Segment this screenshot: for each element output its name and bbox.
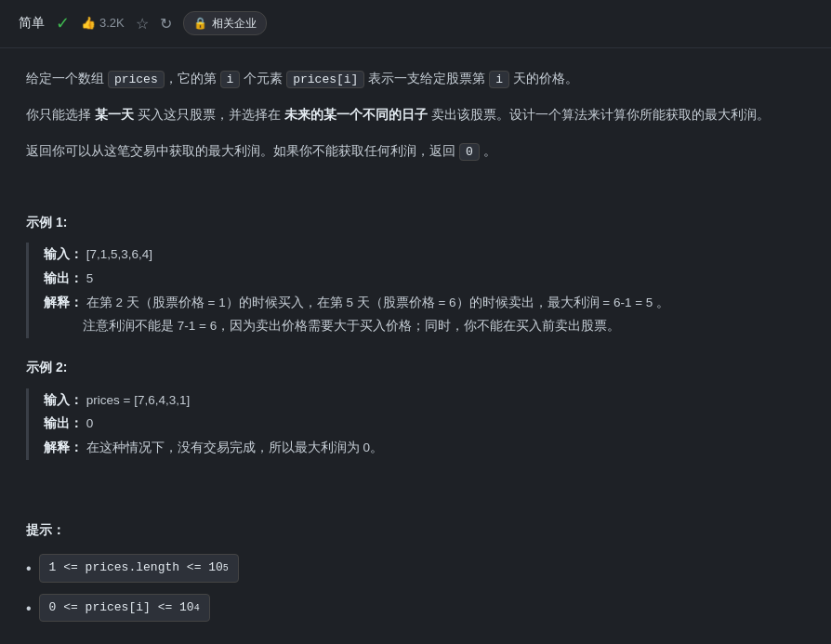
example1-title: 示例 1: <box>26 212 805 234</box>
code-prices-i: prices[i] <box>286 71 364 88</box>
example1-explain2: 注意利润不能是 7-1 = 6，因为卖出价格需要大于买入价格；同时，你不能在买入… <box>44 314 805 338</box>
refresh-icon[interactable]: ↻ <box>160 11 172 36</box>
explain-label-2: 解释： <box>44 440 83 454</box>
constraint-box-2: 0 <= prices[i] <= 104 <box>39 594 210 622</box>
bold-someday: 某一天 <box>95 107 134 122</box>
bold-future: 未来的某一个不同的日子 <box>284 107 428 122</box>
code-i1: i <box>220 71 241 88</box>
output-label-2: 输出： <box>44 416 83 430</box>
output-label-1: 输出： <box>44 271 83 285</box>
lock-icon: 🔒 <box>193 14 207 33</box>
explain-label-1: 解释： <box>44 296 83 309</box>
hint-item-2: • 0 <= prices[i] <= 104 <box>26 594 805 622</box>
hints-title: 提示： <box>26 519 805 542</box>
example1-explain: 解释： 在第 2 天（股票价格 = 1）的时候买入，在第 5 天（股票价格 = … <box>44 291 805 315</box>
tag-label: 相关企业 <box>212 14 257 33</box>
explain-text-1b: 注意利润不能是 7-1 = 6，因为卖出价格需要大于买入价格；同时，你不能在买入… <box>83 319 620 333</box>
output-value-1: 5 <box>86 271 94 285</box>
input-value-2: prices = [7,6,4,3,1] <box>86 393 190 407</box>
example2-block: 输入： prices = [7,6,4,3,1] 输出： 0 解释： 在这种情况… <box>26 388 805 460</box>
input-value-1: [7,1,5,3,6,4] <box>86 247 152 261</box>
difficulty-label: 简单 <box>19 12 45 34</box>
code-prices: prices <box>108 71 165 88</box>
problem-description: 给定一个数组 prices，它的第 i 个元素 prices[i] 表示一支给定… <box>26 67 805 164</box>
output-value-2: 0 <box>86 416 94 430</box>
constraint-text-2: 0 <= prices[i] <= 10 <box>49 598 194 618</box>
top-bar: 简单 ✓ 👍 3.2K ☆ ↻ 🔒 相关企业 <box>0 0 831 48</box>
bullet-2: • <box>26 596 32 621</box>
check-icon: ✓ <box>56 9 70 38</box>
explain-text-2: 在这种情况下，没有交易完成，所以最大利润为 0。 <box>86 440 383 454</box>
desc-line-1: 给定一个数组 prices，它的第 i 个元素 prices[i] 表示一支给定… <box>26 67 805 90</box>
like-button[interactable]: 👍 3.2K <box>81 13 125 33</box>
explain-text-1: 在第 2 天（股票价格 = 1）的时候买入，在第 5 天（股票价格 = 6）的时… <box>86 296 669 309</box>
problem-content: 给定一个数组 prices，它的第 i 个元素 prices[i] 表示一支给定… <box>0 48 831 644</box>
constraint-text-1: 1 <= prices.length <= 10 <box>49 558 223 578</box>
hint-item-1: • 1 <= prices.length <= 105 <box>26 554 805 582</box>
example2-input: 输入： prices = [7,6,4,3,1] <box>44 388 805 413</box>
example1-block: 输入： [7,1,5,3,6,4] 输出： 5 解释： 在第 2 天（股票价格 … <box>26 243 805 338</box>
constraint-sup-1: 5 <box>223 560 229 576</box>
like-icon: 👍 <box>81 13 96 33</box>
example2-output: 输出： 0 <box>44 412 805 436</box>
code-zero: 0 <box>459 143 480 161</box>
example2-explain: 解释： 在这种情况下，没有交易完成，所以最大利润为 0。 <box>44 436 805 460</box>
bullet-1: • <box>26 556 32 581</box>
input-label-2: 输入： <box>44 393 83 407</box>
like-count: 3.2K <box>99 13 125 33</box>
example1-output: 输出： 5 <box>44 267 805 291</box>
desc-line-3: 返回你可以从这笔交易中获取的最大利润。如果你不能获取任何利润，返回 0 。 <box>26 139 805 163</box>
desc-line-2: 你只能选择 某一天 买入这只股票，并选择在 未来的某一个不同的日子 卖出该股票。… <box>26 103 805 126</box>
related-companies-button[interactable]: 🔒 相关企业 <box>183 11 267 35</box>
input-label-1: 输入： <box>44 247 83 261</box>
constraint-box-1: 1 <= prices.length <= 105 <box>39 554 239 582</box>
code-i2: i <box>489 71 509 88</box>
example2-title: 示例 2: <box>26 357 805 379</box>
star-icon[interactable]: ☆ <box>136 11 149 36</box>
example1-input: 输入： [7,1,5,3,6,4] <box>44 243 805 267</box>
constraint-sup-2: 4 <box>194 600 200 616</box>
